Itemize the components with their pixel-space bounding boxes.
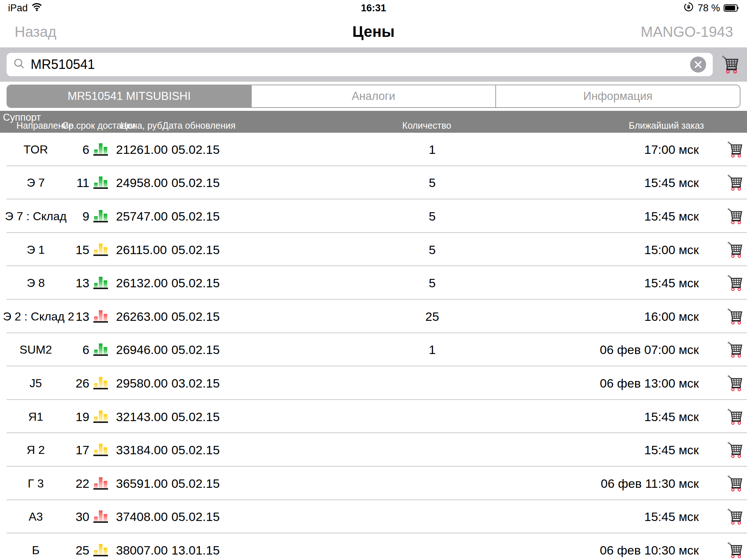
column-price: Цена, руб. (120, 120, 165, 131)
next-order-time: 06 фев 13:00 мск (600, 376, 699, 390)
reliability-bars-icon (93, 444, 108, 456)
add-to-cart-button[interactable] (726, 474, 744, 493)
table-row[interactable]: SUM2 6 26946.00 05.02.15 1 06 фев 07:00 … (0, 333, 747, 367)
reliability-bars-icon (93, 343, 108, 356)
reliability-bars-icon (93, 176, 108, 189)
search-input[interactable] (31, 57, 685, 72)
delivery-days: 22 (36, 476, 89, 490)
device-label: MANGO-1943 (641, 24, 733, 40)
add-to-cart-button[interactable] (726, 274, 744, 292)
reliability-bars-icon (93, 377, 108, 389)
updated-date: 05.02.15 (171, 510, 220, 524)
next-order-time: 15:45 мск (644, 276, 699, 290)
reliability-bars-icon (93, 411, 108, 423)
updated-date: 05.02.15 (171, 209, 220, 223)
updated-date: 05.02.15 (171, 409, 220, 424)
table-row[interactable]: Э 1 15 26115.00 05.02.15 5 15:00 мск (0, 233, 747, 267)
cart-button[interactable] (720, 54, 740, 75)
table-row[interactable]: Э 8 13 26132.00 05.02.15 5 15:45 мск (0, 266, 747, 300)
add-to-cart-button[interactable] (726, 408, 744, 426)
reliability-bars-icon (93, 143, 108, 156)
delivery-days: 9 (36, 209, 89, 223)
table-row[interactable]: J5 26 29580.00 03.02.15 06 фев 13:00 мск (0, 366, 747, 400)
table-row[interactable]: TOR 6 21261.00 05.02.15 1 17:00 мск (0, 133, 747, 166)
delivery-days: 19 (36, 409, 89, 424)
updated-date: 13.01.15 (171, 543, 220, 557)
next-order-time: 15:45 мск (644, 443, 699, 457)
next-order-time: 06 фев 11:30 мск (601, 476, 699, 490)
tab-analogs[interactable]: Аналоги (251, 85, 495, 107)
add-to-cart-button[interactable] (726, 174, 744, 192)
quantity-value: 1 (405, 142, 460, 156)
price-value: 33184.00 (116, 443, 168, 457)
tab-bar: MR510541 MITSUBISHI Аналоги Информация (7, 85, 740, 108)
add-to-cart-button[interactable] (726, 307, 744, 326)
updated-date: 03.02.15 (171, 376, 220, 390)
next-order-time: 17:00 мск (644, 142, 699, 156)
price-value: 24958.00 (116, 176, 168, 190)
price-value: 38007.00 (116, 543, 168, 557)
quantity-value: 1 (405, 343, 460, 357)
add-to-cart-button[interactable] (726, 508, 744, 526)
table-row[interactable]: Э 7 11 24958.00 05.02.15 5 15:45 мск (0, 166, 747, 200)
updated-date: 05.02.15 (171, 142, 220, 156)
page-title: Цены (352, 23, 395, 40)
delivery-days: 6 (36, 142, 89, 156)
table-header: Суппорт Направление Ср.срок доставки Цен… (0, 111, 747, 133)
next-order-time: 15:45 мск (644, 510, 699, 524)
updated-date: 05.02.15 (171, 343, 220, 357)
delivery-days: 26 (36, 376, 89, 390)
delivery-days: 25 (36, 543, 89, 557)
table-row[interactable]: Я 2 17 33184.00 05.02.15 15:45 мск (0, 433, 747, 467)
back-button[interactable]: Назад (15, 24, 57, 40)
column-updated: Дата обновления (162, 120, 236, 131)
add-to-cart-button[interactable] (726, 140, 744, 159)
clear-search-button[interactable] (690, 57, 706, 73)
next-order-time: 06 фев 10:30 мск (600, 543, 699, 557)
nav-bar: Назад Цены MANGO-1943 (0, 16, 747, 47)
delivery-days: 13 (36, 309, 89, 323)
next-order-time: 15:45 мск (644, 176, 699, 190)
next-order-time: 15:45 мск (644, 409, 699, 424)
price-value: 37408.00 (116, 510, 168, 524)
price-table: TOR 6 21261.00 05.02.15 1 17:00 мск Э 7 … (0, 133, 747, 560)
add-to-cart-button[interactable] (726, 541, 744, 559)
next-order-time: 15:00 мск (644, 242, 699, 257)
add-to-cart-button[interactable] (726, 441, 744, 459)
next-order-time: 16:00 мск (644, 309, 699, 323)
table-row[interactable]: Э 7 : Склад 9 25747.00 05.02.15 5 15:45 … (0, 199, 747, 233)
search-icon (13, 58, 26, 71)
add-to-cart-button[interactable] (726, 374, 744, 392)
add-to-cart-button[interactable] (726, 207, 744, 225)
next-order-time: 06 фев 07:00 мск (600, 343, 699, 357)
price-value: 26946.00 (116, 343, 168, 357)
price-value: 29580.00 (116, 376, 168, 390)
table-row[interactable]: А3 30 37408.00 05.02.15 15:45 мск (0, 500, 747, 534)
updated-date: 05.02.15 (171, 176, 220, 190)
table-row[interactable]: Г 3 22 36591.00 05.02.15 06 фев 11:30 мс… (0, 467, 747, 500)
price-value: 32143.00 (116, 409, 168, 424)
price-value: 26115.00 (116, 242, 167, 257)
delivery-days: 30 (36, 510, 89, 524)
tab-information[interactable]: Информация (495, 85, 740, 107)
tab-part-number[interactable]: MR510541 MITSUBISHI (7, 85, 251, 107)
reliability-bars-icon (93, 244, 108, 256)
price-value: 21261.00 (116, 142, 168, 156)
add-to-cart-button[interactable] (726, 341, 744, 359)
price-value: 25747.00 (116, 209, 168, 223)
table-row[interactable]: Б 25 38007.00 13.01.15 06 фев 10:30 мск (0, 533, 747, 560)
updated-date: 05.02.15 (171, 276, 220, 290)
search-box[interactable] (7, 53, 713, 76)
quantity-value: 25 (405, 309, 460, 323)
quantity-value: 5 (405, 176, 460, 190)
delivery-days: 13 (36, 276, 89, 290)
reliability-bars-icon (93, 544, 108, 556)
table-row[interactable]: Э 2 : Склад 2 13 26263.00 05.02.15 25 16… (0, 300, 747, 333)
delivery-days: 17 (36, 443, 89, 457)
price-value: 26263.00 (116, 309, 168, 323)
add-to-cart-button[interactable] (726, 241, 744, 259)
table-row[interactable]: Я1 19 32143.00 05.02.15 15:45 мск (0, 400, 747, 433)
status-time: 16:31 (0, 3, 747, 14)
column-next-order: Ближайший заказ (629, 120, 704, 131)
column-quantity: Количество (398, 120, 456, 131)
